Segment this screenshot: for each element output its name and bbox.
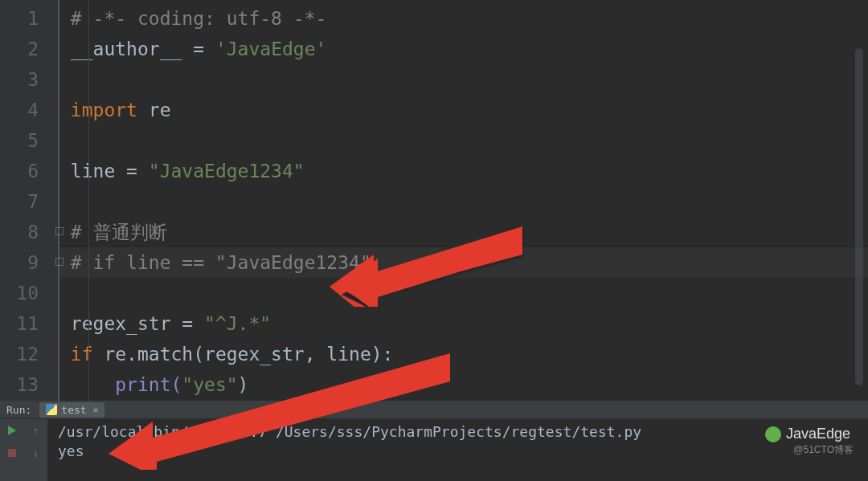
run-button[interactable] — [0, 419, 24, 442]
fold-icon[interactable] — [47, 227, 55, 235]
python-icon — [46, 404, 57, 415]
arrow-down-icon: ↓ — [32, 446, 39, 459]
line-number: 11 — [0, 308, 58, 339]
arrow-up-icon: ↑ — [32, 424, 39, 437]
line-number: 10 — [0, 278, 58, 308]
wechat-icon — [765, 426, 781, 442]
fold-icon[interactable] — [47, 258, 55, 266]
code-line: # if line == "JavaEdge1234" — [59, 247, 868, 278]
code-line — [59, 186, 868, 217]
run-tool-window: Run: test ✕ ↑ ↓ /usr/local/bin/python3.7… — [0, 401, 868, 481]
code-line — [59, 278, 868, 308]
scrollbar-vertical[interactable] — [855, 48, 863, 385]
run-tab-label: test — [61, 404, 86, 416]
code-line: regex_str = "^J.*" — [59, 308, 868, 339]
console-line: yes — [58, 442, 84, 459]
code-line: if re.match(regex_str, line): — [59, 339, 868, 369]
line-number: 8 — [0, 217, 58, 247]
code-line: import re — [59, 95, 868, 125]
line-number: 2 — [0, 34, 58, 64]
up-button[interactable]: ↑ — [24, 419, 48, 442]
stop-icon — [8, 449, 16, 457]
play-icon — [8, 426, 16, 435]
line-number: 1 — [0, 3, 58, 34]
line-number: 7 — [0, 186, 58, 217]
code-line: line = "JavaEdge1234" — [59, 156, 868, 186]
close-icon[interactable]: ✕ — [93, 405, 99, 415]
line-number: 3 — [0, 64, 58, 95]
run-panel-label: Run: — [6, 404, 39, 416]
console-output[interactable]: /usr/local/bin/python3.7 /Users/sss/Pych… — [48, 419, 868, 481]
indent-guide — [88, 0, 89, 401]
line-number: 5 — [0, 125, 58, 156]
code-editor[interactable]: # -*- coding: utf-8 -*- __author__ = 'Ja… — [59, 0, 868, 401]
down-button[interactable]: ↓ — [24, 442, 48, 464]
run-sidebar: ↑ ↓ — [0, 419, 48, 481]
editor-pane: 1 2 3 4 5 6 7 8 9 10 11 12 13 # -*- codi… — [0, 0, 868, 401]
run-header: Run: test ✕ — [0, 401, 868, 419]
code-line: print("yes") — [59, 369, 868, 400]
line-number: 13 — [0, 369, 58, 400]
run-config-tab[interactable]: test ✕ — [39, 402, 104, 418]
line-number: 6 — [0, 156, 58, 186]
stop-button[interactable] — [0, 442, 24, 464]
code-line: # -*- coding: utf-8 -*- — [59, 3, 868, 34]
watermark-source: @51CTO博客 — [793, 443, 854, 457]
watermark-brand: JavaEdge — [765, 426, 850, 442]
code-line: # 普通判断 — [59, 217, 868, 247]
code-line: __author__ = 'JavaEdge' — [59, 34, 868, 64]
code-line — [59, 125, 868, 156]
console-line: /usr/local/bin/python3.7 /Users/sss/Pych… — [58, 423, 641, 440]
line-number-gutter: 1 2 3 4 5 6 7 8 9 10 11 12 13 — [0, 0, 59, 401]
code-line — [59, 64, 868, 95]
line-number: 4 — [0, 95, 58, 125]
line-number: 9 — [0, 247, 58, 278]
line-number: 12 — [0, 339, 58, 369]
